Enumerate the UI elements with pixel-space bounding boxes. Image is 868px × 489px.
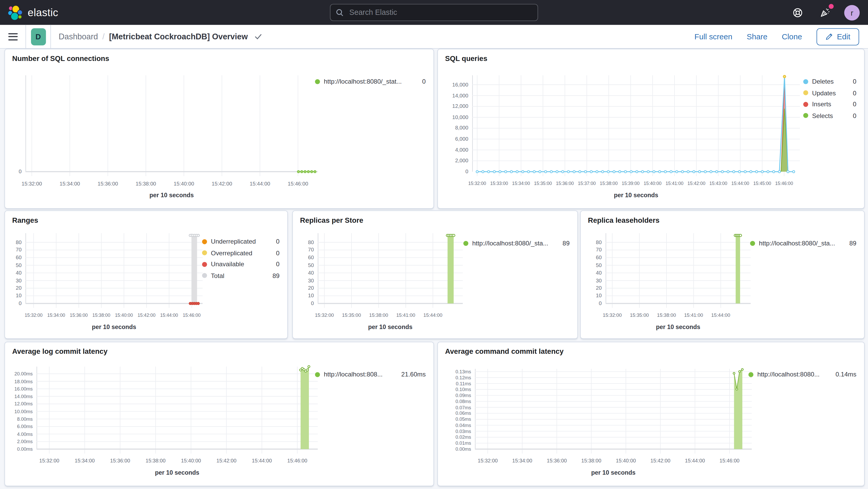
y-tick-label: 50 (308, 262, 314, 269)
legend-dot-icon (202, 262, 207, 267)
clone-button[interactable]: Clone (782, 32, 802, 41)
breadcrumb-dashboard[interactable]: Dashboard (59, 32, 98, 41)
plot-canvas[interactable] (318, 233, 463, 304)
y-tick-label: 60 (16, 254, 21, 261)
legend-dot-icon (202, 250, 207, 255)
x-tick-label: 15:32:00 (25, 312, 43, 318)
legend-item[interactable]: http://localhost:8080... 0.14ms (748, 371, 856, 378)
legend-label: http://localhost:8080/_sta... (759, 240, 835, 246)
y-tick-label: 0.05ms (456, 416, 471, 423)
global-search[interactable] (330, 4, 538, 21)
legend-dot-icon (463, 241, 468, 246)
legend-item[interactable]: Inserts 0 (803, 101, 856, 108)
x-axis-title: per 10 seconds (150, 191, 194, 198)
legend-item[interactable]: Total 89 (202, 272, 280, 279)
legend-item[interactable]: Underreplicated 0 (202, 238, 280, 245)
user-avatar[interactable]: r (844, 5, 860, 20)
legend-item[interactable]: http://localhost:8080/_sta... 89 (750, 240, 856, 246)
panel-title: Average log commit latency (12, 347, 107, 356)
x-tick-label: 15:34:00 (47, 312, 65, 318)
whats-new-button[interactable] (817, 5, 833, 20)
x-tick-label: 15:46:00 (719, 458, 740, 463)
edit-button[interactable]: Edit (816, 28, 859, 45)
chart-avg-command-commit-latency[interactable]: 0.00ms0.01ms0.02ms0.03ms0.04ms0.05ms0.06… (438, 342, 864, 486)
y-tick-label: 30 (596, 277, 601, 284)
y-tick-label: 8.00ms (17, 416, 33, 422)
legend-label: http://localhost:8080... (757, 371, 819, 378)
legend-item[interactable]: Unavailable 0 (202, 261, 280, 268)
y-tick-label: 0.08ms (456, 398, 471, 405)
y-tick-label: 0.10ms (456, 386, 471, 393)
x-tick-label: 15:36:00 (556, 181, 574, 186)
panel-title: Number of SQL connections (12, 54, 110, 63)
legend-item[interactable]: http://localhost:808... 21.60ms (315, 371, 426, 378)
x-axis-labels: 15:32:0015:34:0015:36:0015:38:0015:40:00… (475, 458, 752, 466)
help-button[interactable] (790, 5, 806, 20)
chart-avg-log-commit-latency[interactable]: 0.00ms2.00ms4.00ms6.00ms8.00ms10.00ms12.… (5, 342, 433, 486)
legend-item[interactable]: Deletes 0 (803, 78, 856, 85)
plot-canvas[interactable] (36, 367, 318, 449)
legend-value: 89 (267, 272, 279, 279)
chart-legend: http://localhost:8080/_sta... 89 (463, 240, 569, 246)
full-screen-button[interactable]: Full screen (694, 32, 733, 41)
pencil-icon (825, 33, 833, 40)
menu-button[interactable] (0, 25, 26, 48)
x-tick-label: 15:35:00 (342, 312, 361, 318)
x-axis-labels: 15:32:0015:35:0015:38:0015:41:0015:44:00 (318, 312, 463, 320)
legend-item[interactable]: Selects 0 (803, 112, 856, 119)
legend-dot-icon (803, 113, 808, 118)
panel-ranges: Ranges 0102030405060708015:32:0015:34:00… (4, 211, 288, 339)
x-tick-label: 15:46:00 (287, 458, 307, 463)
chart-replicas-per-store[interactable]: 0102030405060708015:32:0015:35:0015:38:0… (293, 211, 577, 338)
y-tick-label: 40 (16, 270, 21, 276)
plot-canvas[interactable] (472, 75, 800, 172)
y-tick-label: 70 (596, 247, 601, 253)
x-tick-label: 15:40:00 (644, 181, 661, 186)
share-button[interactable]: Share (747, 32, 767, 41)
chart-replica-leaseholders[interactable]: 0102030405060708015:32:0015:35:0015:38:0… (581, 211, 864, 338)
x-tick-label: 15:40:00 (174, 181, 194, 186)
y-tick-label: 16.00ms (14, 386, 33, 392)
x-tick-label: 15:32:00 (477, 458, 498, 463)
plot-canvas[interactable] (606, 233, 750, 304)
chart-sql-connections[interactable]: 015:32:0015:34:0015:36:0015:38:0015:40:0… (5, 49, 433, 208)
y-tick-label: 18.00ms (14, 378, 33, 385)
x-tick-label: 15:45:00 (753, 181, 771, 186)
title-check-icon[interactable] (254, 34, 262, 40)
legend-dot-icon (202, 239, 207, 244)
search-input[interactable] (348, 8, 532, 17)
legend-label: http://localhost:808... (324, 371, 382, 378)
y-tick-label: 2.00ms (17, 438, 33, 445)
x-tick-label: 15:38:00 (92, 312, 111, 318)
y-tick-label: 0.01ms (456, 440, 471, 447)
y-tick-label: 8,000 (455, 125, 468, 131)
legend-value: 89 (844, 240, 856, 246)
elastic-logo[interactable]: elastic (0, 5, 58, 20)
legend-item[interactable]: Overreplicated 0 (202, 250, 280, 256)
y-tick-label: 50 (16, 262, 21, 269)
legend-label: Updates (812, 89, 836, 96)
legend-item[interactable]: http://localhost:8080/_sta... 89 (463, 240, 569, 246)
legend-value: 0 (847, 89, 856, 96)
panel-avg-log-commit-latency: Average log commit latency 0.00ms2.00ms4… (4, 342, 434, 486)
edit-button-label: Edit (837, 32, 850, 41)
page-title: [Metricbeat CockroachDB] Overview (109, 32, 248, 41)
x-tick-label: 15:34:00 (512, 181, 530, 186)
legend-value: 0.14ms (830, 371, 856, 378)
panel-title: SQL queries (445, 54, 487, 63)
x-tick-label: 15:40:00 (181, 458, 201, 463)
legend-value: 0 (847, 112, 856, 119)
chart-sql-queries[interactable]: 02,0004,0006,0008,00010,00012,00014,0001… (438, 49, 864, 208)
plot-canvas[interactable] (26, 233, 203, 304)
legend-item[interactable]: Updates 0 (803, 89, 856, 96)
plot-canvas[interactable] (26, 75, 318, 172)
space-badge[interactable]: D (31, 28, 45, 45)
panel-replicas-per-store: Replicas per Store 0102030405060708015:3… (292, 211, 578, 339)
y-tick-label: 30 (308, 277, 314, 284)
legend-label: Selects (812, 112, 833, 119)
legend-item[interactable]: http://localhost:8080/_stat... 0 (315, 78, 426, 85)
x-tick-label: 15:42:00 (216, 458, 237, 463)
plot-canvas[interactable] (475, 369, 752, 449)
legend-value: 21.60ms (396, 371, 426, 378)
x-axis-title: per 10 seconds (155, 469, 199, 476)
